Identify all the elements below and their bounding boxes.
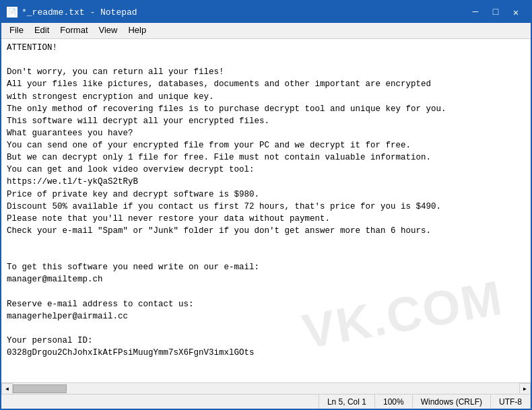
- menu-format[interactable]: Format: [55, 24, 93, 37]
- scroll-thumb[interactable]: [13, 384, 67, 393]
- status-bar: Ln 5, Col 1 100% Windows (CRLF) UTF-8: [1, 394, 531, 409]
- text-content[interactable]: ATTENTION! Don't worry, you can return a…: [1, 39, 531, 382]
- content-area: ATTENTION! Don't worry, you can return a…: [1, 39, 531, 394]
- status-position: Ln 5, Col 1: [319, 395, 375, 409]
- horizontal-scrollbar[interactable]: ◀ ▶: [1, 382, 531, 394]
- menu-help[interactable]: Help: [123, 24, 152, 37]
- status-encoding: UTF-8: [491, 395, 531, 409]
- status-zoom: 100%: [375, 395, 413, 409]
- title-bar-controls: ─ □ ✕: [466, 5, 525, 20]
- title-bar: 📄 *_readme.txt - Notepad ─ □ ✕: [1, 1, 531, 23]
- text-area-wrapper: ATTENTION! Don't worry, you can return a…: [1, 39, 531, 382]
- scroll-track[interactable]: [13, 383, 519, 395]
- app-icon: 📄: [7, 7, 18, 18]
- window-title: *_readme.txt - Notepad: [22, 7, 137, 18]
- maximize-button[interactable]: □: [486, 5, 505, 20]
- menu-view[interactable]: View: [94, 24, 123, 37]
- minimize-button[interactable]: ─: [466, 5, 485, 20]
- title-bar-left: 📄 *_readme.txt - Notepad: [7, 7, 137, 18]
- menu-file[interactable]: File: [4, 24, 29, 37]
- scroll-left-arrow[interactable]: ◀: [1, 383, 13, 395]
- scroll-right-arrow[interactable]: ▶: [519, 383, 531, 395]
- menu-edit[interactable]: Edit: [29, 24, 55, 37]
- notepad-window: 📄 *_readme.txt - Notepad ─ □ ✕ File Edit…: [0, 0, 532, 410]
- close-button[interactable]: ✕: [506, 5, 525, 20]
- menu-bar: File Edit Format View Help: [1, 23, 531, 39]
- status-line-ending: Windows (CRLF): [413, 395, 491, 409]
- status-empty: [1, 395, 319, 409]
